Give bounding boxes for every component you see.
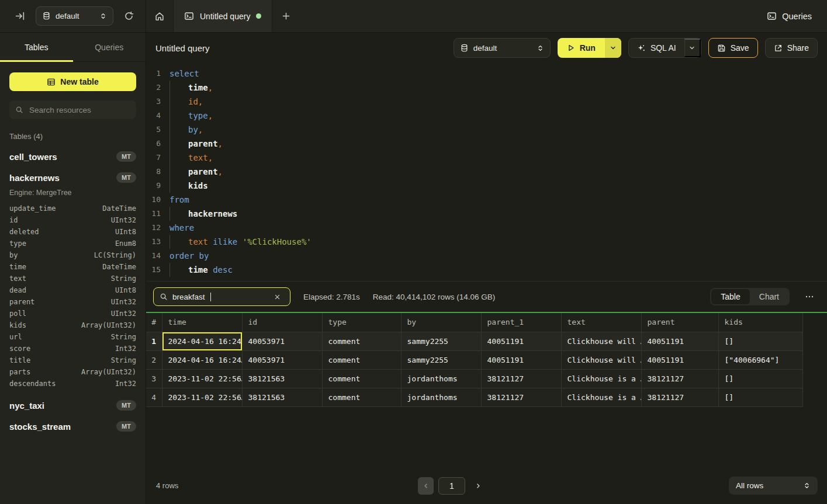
table-cell[interactable]: 38121127: [481, 388, 561, 406]
table-cell[interactable]: sammy2255: [401, 350, 481, 369]
sql-editor[interactable]: 1select2time,3id,4type,5by,6parent,7text…: [146, 63, 827, 281]
row-number-cell[interactable]: 3: [146, 369, 162, 388]
editor-line[interactable]: 8parent,: [146, 165, 827, 179]
editor-line[interactable]: 11hackernews: [146, 207, 827, 221]
editor-line[interactable]: 3id,: [146, 95, 827, 109]
collapse-sidebar-button[interactable]: [13, 9, 27, 23]
table-cell[interactable]: []: [718, 388, 802, 406]
column-header[interactable]: parent: [641, 313, 718, 332]
column-row[interactable]: typeEnum8: [9, 238, 136, 249]
clear-search-button[interactable]: [271, 293, 284, 301]
table-cell[interactable]: Clickhouse is a …: [561, 369, 641, 388]
table-cell[interactable]: Clickhouse is a …: [561, 388, 641, 406]
sidebar-tab-queries[interactable]: Queries: [73, 33, 146, 61]
column-header[interactable]: type: [322, 313, 401, 332]
table-cell[interactable]: comment: [322, 350, 401, 369]
toggle-chart[interactable]: Chart: [750, 289, 788, 304]
sidebar-tab-tables[interactable]: Tables: [0, 33, 73, 61]
new-tab-button[interactable]: [272, 0, 300, 32]
table-cell[interactable]: 40051191: [481, 350, 561, 369]
table-cell[interactable]: comment: [322, 369, 401, 388]
table-cell[interactable]: []: [718, 369, 802, 388]
share-button[interactable]: Share: [765, 38, 818, 58]
query-database-select[interactable]: default: [454, 38, 551, 58]
table-cell[interactable]: 40051191: [641, 350, 718, 369]
page-number-button[interactable]: 1: [438, 477, 465, 495]
new-table-button[interactable]: New table: [9, 72, 136, 91]
table-cell[interactable]: jordanthoms: [401, 388, 481, 406]
previous-page-button[interactable]: [418, 477, 434, 495]
save-button[interactable]: Save: [708, 38, 758, 58]
column-header[interactable]: by: [401, 313, 481, 332]
table-cell[interactable]: Clickhouse will …: [561, 332, 641, 350]
sql-ai-options-button[interactable]: [684, 39, 701, 57]
more-options-button[interactable]: [802, 290, 816, 304]
editor-line[interactable]: 12where: [146, 221, 827, 235]
results-search[interactable]: breakfast: [153, 287, 290, 306]
column-header[interactable]: text: [561, 313, 641, 332]
column-row[interactable]: deadUInt8: [9, 284, 136, 296]
table-cell[interactable]: 2023-11-02 22:56…: [162, 388, 242, 406]
tab-untitled-query[interactable]: Untitled query: [174, 0, 272, 32]
editor-line[interactable]: 6parent,: [146, 137, 827, 151]
column-row[interactable]: timeDateTime: [9, 261, 136, 273]
sql-ai-button[interactable]: SQL AI: [629, 39, 684, 57]
sidebar-table-cell-towers[interactable]: cell_towers MT: [9, 151, 136, 162]
column-row[interactable]: kidsArray(UInt32): [9, 319, 136, 331]
table-cell[interactable]: 2023-11-02 22:56…: [162, 369, 242, 388]
table-cell[interactable]: Clickhouse will …: [561, 350, 641, 369]
editor-line[interactable]: 7text,: [146, 151, 827, 165]
column-row[interactable]: parentUInt32: [9, 296, 136, 308]
editor-line[interactable]: 10from: [146, 193, 827, 207]
next-page-button[interactable]: [470, 477, 486, 495]
editor-line[interactable]: 1select: [146, 67, 827, 81]
column-row[interactable]: deletedUInt8: [9, 226, 136, 238]
table-cell[interactable]: 40053971: [242, 350, 322, 369]
table-cell[interactable]: 38121563: [242, 388, 322, 406]
row-number-cell[interactable]: 2: [146, 350, 162, 369]
table-cell[interactable]: 2024-04-16 16:24…: [162, 350, 242, 369]
table-cell[interactable]: 2024-04-16 16:24…: [162, 332, 242, 350]
sidebar-table-hackernews[interactable]: hackernews MT: [9, 172, 136, 183]
editor-line[interactable]: 13text ilike '%ClickHouse%': [146, 235, 827, 249]
refresh-button[interactable]: [122, 9, 136, 23]
table-cell[interactable]: 38121127: [481, 369, 561, 388]
column-row[interactable]: titleString: [9, 354, 136, 366]
table-cell[interactable]: []: [718, 332, 802, 350]
column-header[interactable]: kids: [718, 313, 802, 332]
column-row[interactable]: byLC(String): [9, 249, 136, 261]
sidebar-table-stocks-stream[interactable]: stocks_stream MT: [9, 421, 136, 432]
table-cell[interactable]: comment: [322, 388, 401, 406]
column-header[interactable]: parent_1: [481, 313, 561, 332]
table-cell[interactable]: 38121127: [641, 388, 718, 406]
editor-line[interactable]: 15time desc: [146, 263, 827, 277]
table-cell[interactable]: 40051191: [641, 332, 718, 350]
queries-button[interactable]: Queries: [761, 0, 827, 32]
row-number-cell[interactable]: 4: [146, 388, 162, 406]
table-cell[interactable]: sammy2255: [401, 332, 481, 350]
editor-line[interactable]: 2time,: [146, 81, 827, 95]
editor-line[interactable]: 9kids: [146, 179, 827, 193]
column-row[interactable]: urlString: [9, 331, 136, 343]
row-number-cell[interactable]: 1: [146, 332, 162, 350]
home-tab[interactable]: [146, 0, 174, 32]
column-row[interactable]: descendantsInt32: [9, 378, 136, 390]
editor-line[interactable]: 4type,: [146, 109, 827, 123]
editor-line[interactable]: 5by,: [146, 123, 827, 137]
column-row[interactable]: pollUInt32: [9, 308, 136, 319]
run-options-button[interactable]: [605, 38, 621, 58]
page-size-select[interactable]: All rows: [729, 477, 818, 495]
table-cell[interactable]: 40053971: [242, 332, 322, 350]
table-cell[interactable]: 38121127: [641, 369, 718, 388]
table-cell[interactable]: comment: [322, 332, 401, 350]
table-cell[interactable]: 40051191: [481, 332, 561, 350]
topbar-database-select[interactable]: default: [36, 6, 113, 26]
sidebar-search-input[interactable]: [28, 105, 130, 115]
table-cell[interactable]: 38121563: [242, 369, 322, 388]
table-cell[interactable]: jordanthoms: [401, 369, 481, 388]
sidebar-table-nyc-taxi[interactable]: nyc_taxi MT: [9, 400, 136, 411]
run-button[interactable]: Run: [558, 38, 605, 58]
column-header[interactable]: #: [146, 313, 162, 332]
column-row[interactable]: textString: [9, 273, 136, 284]
column-row[interactable]: scoreInt32: [9, 343, 136, 354]
